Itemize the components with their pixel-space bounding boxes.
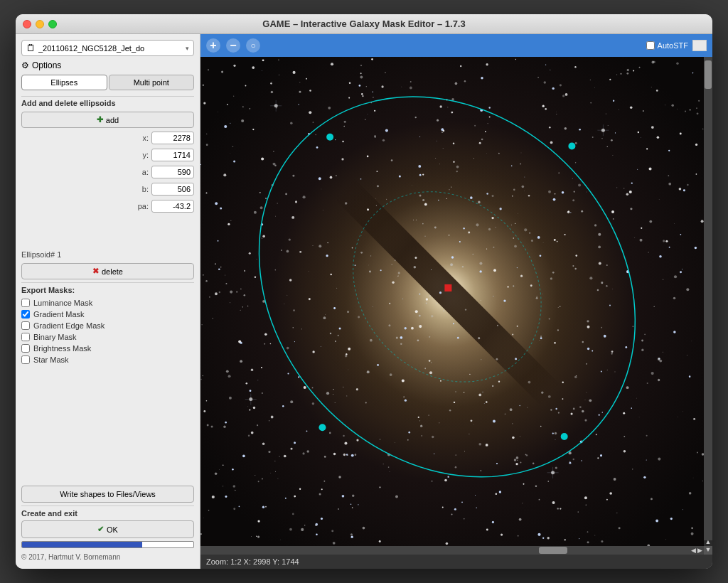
create-exit-label: Create and exit: [21, 509, 194, 518]
checkbox-luminance-input[interactable]: [21, 299, 30, 307]
param-label-pa: pa:: [134, 202, 149, 210]
image-toolbar: + − ○ AutoSTF: [200, 34, 712, 57]
autostf-square: [692, 40, 707, 51]
checkbox-star-input[interactable]: [21, 355, 30, 364]
section-add-label: Add and delete ellipsoids: [21, 96, 194, 109]
image-area: + − ○ AutoSTF: [200, 34, 712, 569]
title-bar: GAME – Interactive Galaxy Mask Editor – …: [16, 14, 712, 34]
canvas-container[interactable]: ▲ ▼ ◀ ▶: [200, 57, 712, 555]
autostf-text: AutoSTF: [658, 41, 688, 50]
param-label-y: y:: [134, 151, 149, 159]
scrollbar-right[interactable]: [704, 57, 712, 540]
ellipsoid-label: Ellipsoid# 1: [21, 247, 194, 260]
file-name: _20110612_NGC5128_Jet_do: [38, 44, 183, 53]
checkbox-binary-input[interactable]: [21, 333, 30, 341]
checkbox-gradient-edge-input[interactable]: [21, 321, 30, 330]
file-icon: 🗒: [26, 43, 36, 53]
checkbox-star: Star Mask: [21, 354, 194, 365]
delete-button-label: delete: [102, 267, 123, 276]
checkbox-gradient-edge: Gradient Edge Mask: [21, 320, 194, 331]
param-row-a: a:: [21, 165, 194, 179]
add-button[interactable]: ✚ add: [21, 112, 194, 128]
autostf-container: AutoSTF: [646, 40, 707, 51]
checkbox-brightness-input[interactable]: [21, 344, 30, 353]
param-row-x: x:: [21, 131, 194, 145]
progress-bar-fill: [22, 542, 142, 547]
tab-ellipses[interactable]: Ellipses: [21, 75, 107, 90]
param-input-x[interactable]: [151, 132, 194, 144]
param-label-a: a:: [134, 168, 149, 176]
scrollbar-right-thumb[interactable]: [705, 60, 712, 89]
checkbox-gradient-input[interactable]: [21, 310, 30, 319]
tab-multipoint[interactable]: Multi point: [109, 75, 195, 90]
traffic-lights: [23, 20, 57, 28]
zoom-out-button[interactable]: −: [226, 38, 240, 53]
ok-check-icon: ✔: [97, 525, 104, 534]
create-exit-section: Create and exit ✔ OK: [21, 506, 194, 548]
file-selector[interactable]: 🗒 _20110612_NGC5128_Jet_do ▾: [21, 40, 194, 56]
options-row: ⚙ Options: [21, 59, 194, 72]
autostf-checkbox[interactable]: [646, 41, 655, 50]
param-input-a[interactable]: [151, 166, 194, 178]
param-input-y[interactable]: [151, 149, 194, 161]
checkbox-gradient-edge-label: Gradient Edge Mask: [33, 321, 105, 330]
checkbox-brightness: Brightness Mask: [21, 343, 194, 354]
param-input-pa[interactable]: [151, 200, 194, 213]
close-button[interactable]: [23, 20, 31, 28]
gear-icon: ⚙: [21, 60, 29, 70]
checkbox-gradient-label: Gradient Mask: [33, 310, 85, 319]
export-section: Export Masks: Luminance Mask Gradient Ma…: [21, 282, 194, 365]
status-text: Zoom: 1:2 X: 2998 Y: 1744: [206, 557, 299, 566]
scrollbar-bottom-thumb[interactable]: [539, 547, 567, 554]
progress-bar: [21, 541, 194, 548]
param-row-y: y:: [21, 148, 194, 162]
minimize-button[interactable]: [36, 20, 44, 28]
tab-row: Ellipses Multi point: [21, 75, 194, 90]
options-label[interactable]: Options: [32, 60, 61, 70]
scrollbar-bottom[interactable]: [200, 546, 704, 555]
sidebar: 🗒 _20110612_NGC5128_Jet_do ▾ ⚙ Options E…: [16, 34, 200, 569]
dropdown-arrow-icon: ▾: [186, 45, 189, 52]
reset-button[interactable]: ○: [246, 38, 260, 53]
checkbox-star-label: Star Mask: [33, 355, 69, 364]
main-window: GAME – Interactive Galaxy Mask Editor – …: [16, 14, 712, 569]
delete-button[interactable]: ✖ delete: [21, 263, 194, 279]
param-label-b: b:: [134, 185, 149, 193]
checkbox-gradient: Gradient Mask: [21, 309, 194, 320]
param-label-x: x:: [134, 134, 149, 142]
checkbox-binary-label: Binary Mask: [33, 333, 77, 341]
delete-icon: ✖: [92, 267, 99, 276]
export-title: Export Masks:: [21, 286, 194, 294]
checkbox-brightness-label: Brightness Mask: [33, 344, 91, 353]
param-row-pa: pa:: [21, 199, 194, 213]
status-bar: Zoom: 1:2 X: 2998 Y: 1744: [200, 555, 712, 569]
copyright: © 2017, Hartmut V. Bornemann: [21, 551, 194, 563]
galaxy-canvas[interactable]: [200, 57, 704, 546]
ok-button[interactable]: ✔ OK: [21, 520, 194, 538]
plus-icon: ✚: [97, 115, 103, 124]
checkbox-luminance: Luminance Mask: [21, 297, 194, 309]
checkbox-luminance-label: Luminance Mask: [33, 299, 92, 307]
window-title: GAME – Interactive Galaxy Mask Editor – …: [262, 18, 465, 29]
scroll-arrows-vertical[interactable]: ▲ ▼: [704, 538, 712, 553]
zoom-in-button[interactable]: +: [206, 38, 220, 53]
param-row-b: b:: [21, 182, 194, 196]
write-button[interactable]: Write shapes to Files/Views: [21, 486, 194, 503]
param-input-b[interactable]: [151, 183, 194, 196]
add-button-label: add: [106, 116, 119, 124]
autostf-label[interactable]: AutoSTF: [646, 41, 688, 50]
checkbox-binary: Binary Mask: [21, 331, 194, 343]
ok-button-label: OK: [107, 525, 118, 534]
main-content: 🗒 _20110612_NGC5128_Jet_do ▾ ⚙ Options E…: [16, 34, 712, 569]
maximize-button[interactable]: [48, 20, 57, 28]
scroll-arrows-horizontal[interactable]: ◀ ▶: [691, 546, 704, 555]
